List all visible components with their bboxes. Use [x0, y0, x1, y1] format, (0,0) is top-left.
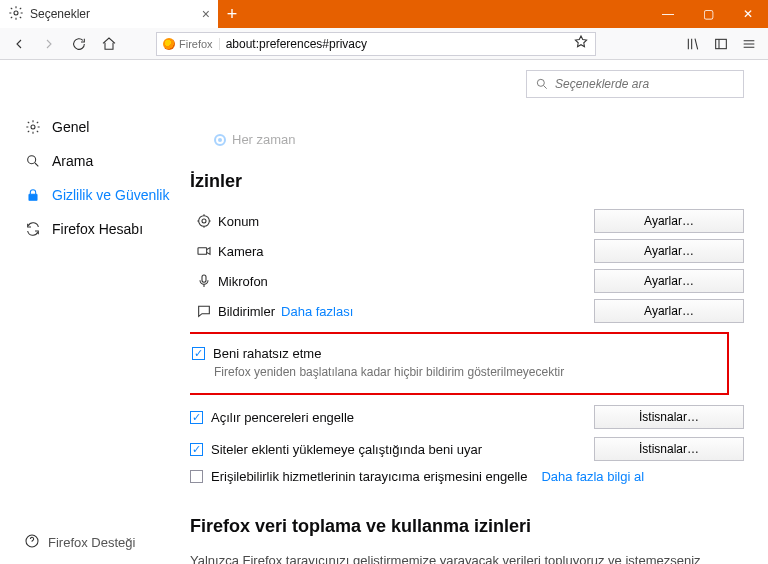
search-placeholder: Seçeneklerde ara — [555, 77, 649, 91]
sidebar-item-label: Arama — [52, 153, 93, 169]
location-icon — [190, 213, 218, 229]
permission-label: Mikrofon — [218, 274, 268, 289]
data-collection-text: Yalnızca Firefox tarayıcınızı geliştirme… — [190, 551, 730, 564]
search-input[interactable]: Seçeneklerde ara — [526, 70, 744, 98]
maximize-button[interactable]: ▢ — [688, 0, 728, 28]
bookmark-star-icon[interactable] — [573, 34, 589, 53]
settings-button[interactable]: Ayarlar… — [594, 209, 744, 233]
sidebar-item-general[interactable]: Genel — [24, 110, 190, 144]
back-button[interactable] — [6, 31, 32, 57]
highlighted-box: ✓ Beni rahatsız etme Firefox yeniden baş… — [190, 332, 729, 395]
sidebar: Genel Arama Gizlilik ve Güvenlik Firefox… — [0, 60, 190, 564]
firefox-icon — [163, 38, 175, 50]
sidebar-item-account[interactable]: Firefox Hesabı — [24, 212, 190, 246]
permissions-heading: İzinler — [190, 171, 744, 192]
menu-button[interactable] — [736, 31, 762, 57]
notification-icon — [190, 303, 218, 319]
gear-icon — [24, 118, 42, 136]
sidebar-button[interactable] — [708, 31, 734, 57]
checkbox-label: Erişilebilirlik hizmetlerinin tarayıcıma… — [211, 469, 527, 484]
exceptions-button[interactable]: İstisnalar… — [594, 405, 744, 429]
gear-icon — [8, 5, 24, 24]
svg-rect-4 — [29, 194, 37, 200]
permission-label: Konum — [218, 214, 259, 229]
sync-icon — [24, 220, 42, 238]
identity-label: Firefox — [179, 38, 213, 50]
camera-icon — [190, 243, 218, 259]
svg-point-3 — [28, 156, 36, 164]
browser-tab[interactable]: Seçenekler × — [0, 0, 218, 28]
a11y-block-row: Erişilebilirlik hizmetlerinin tarayıcıma… — [190, 465, 744, 488]
sidebar-item-privacy[interactable]: Gizlilik ve Güvenlik — [24, 178, 190, 212]
sidebar-item-label: Genel — [52, 119, 89, 135]
svg-point-8 — [199, 216, 210, 227]
new-tab-button[interactable]: + — [218, 0, 246, 28]
titlebar: Seçenekler × + — ▢ ✕ — [0, 0, 768, 28]
sidebar-item-label: Firefox Hesabı — [52, 221, 143, 237]
svg-point-7 — [202, 219, 206, 223]
url-text: about:preferences#privacy — [226, 37, 367, 51]
learn-more-link[interactable]: Daha fazlası — [281, 304, 353, 319]
home-button[interactable] — [96, 31, 122, 57]
permission-row-camera: Kamera Ayarlar… — [190, 236, 744, 266]
settings-button[interactable]: Ayarlar… — [594, 239, 744, 263]
window-controls: — ▢ ✕ — [648, 0, 768, 28]
radio-checked-icon — [214, 134, 226, 146]
permission-label: Kamera — [218, 244, 264, 259]
minimize-button[interactable]: — — [648, 0, 688, 28]
svg-point-2 — [31, 125, 35, 129]
sidebar-support[interactable]: Firefox Desteği — [24, 533, 135, 552]
sidebar-item-search[interactable]: Arama — [24, 144, 190, 178]
checkbox-checked-icon[interactable]: ✓ — [190, 411, 203, 424]
dnd-label: Beni rahatsız etme — [213, 346, 321, 361]
dnd-checkbox-row[interactable]: ✓ Beni rahatsız etme — [192, 342, 717, 365]
support-label: Firefox Desteği — [48, 535, 135, 550]
tab-close-icon[interactable]: × — [202, 6, 210, 22]
checkbox-unchecked-icon[interactable] — [190, 470, 203, 483]
microphone-icon — [190, 273, 218, 289]
svg-rect-1 — [716, 39, 727, 48]
checkbox-label: Açılır pencereleri engelle — [211, 410, 354, 425]
data-collection-heading: Firefox veri toplama ve kullanma izinler… — [190, 516, 744, 537]
forward-button[interactable] — [36, 31, 62, 57]
svg-rect-10 — [202, 275, 206, 282]
lock-icon — [24, 186, 42, 204]
url-bar[interactable]: Firefox about:preferences#privacy — [156, 32, 596, 56]
exceptions-button[interactable]: İstisnalar… — [594, 437, 744, 461]
tab-title: Seçenekler — [30, 7, 196, 21]
addon-warn-row: ✓ Siteler eklenti yüklemeye çalıştığında… — [190, 433, 744, 465]
help-icon — [24, 533, 40, 552]
radio-option[interactable]: Her zaman — [214, 132, 744, 147]
toolbar: Firefox about:preferences#privacy — [0, 28, 768, 60]
library-button[interactable] — [680, 31, 706, 57]
svg-point-0 — [14, 11, 18, 15]
reload-button[interactable] — [66, 31, 92, 57]
popup-block-row: ✓ Açılır pencereleri engelle İstisnalar… — [190, 401, 744, 433]
dnd-description: Firefox yeniden başlatılana kadar hiçbir… — [214, 365, 717, 381]
permission-label: Bildirimler — [218, 304, 275, 319]
checkbox-label: Siteler eklenti yüklemeye çalıştığında b… — [211, 442, 482, 457]
close-button[interactable]: ✕ — [728, 0, 768, 28]
settings-button[interactable]: Ayarlar… — [594, 299, 744, 323]
svg-point-6 — [537, 79, 544, 86]
settings-button[interactable]: Ayarlar… — [594, 269, 744, 293]
permission-row-notifications: Bildirimler Daha fazlası Ayarlar… — [190, 296, 744, 326]
sidebar-item-label: Gizlilik ve Güvenlik — [52, 187, 169, 203]
main-panel: Seçeneklerde ara Her zaman İzinler Konum… — [190, 60, 768, 564]
checkbox-checked-icon: ✓ — [192, 347, 205, 360]
permission-row-microphone: Mikrofon Ayarlar… — [190, 266, 744, 296]
preferences-page: Genel Arama Gizlilik ve Güvenlik Firefox… — [0, 60, 768, 564]
learn-more-link[interactable]: Daha fazla bilgi al — [541, 469, 644, 484]
svg-rect-9 — [198, 248, 207, 255]
permission-row-location: Konum Ayarlar… — [190, 206, 744, 236]
search-icon — [24, 152, 42, 170]
checkbox-checked-icon[interactable]: ✓ — [190, 443, 203, 456]
identity-box[interactable]: Firefox — [163, 38, 220, 50]
